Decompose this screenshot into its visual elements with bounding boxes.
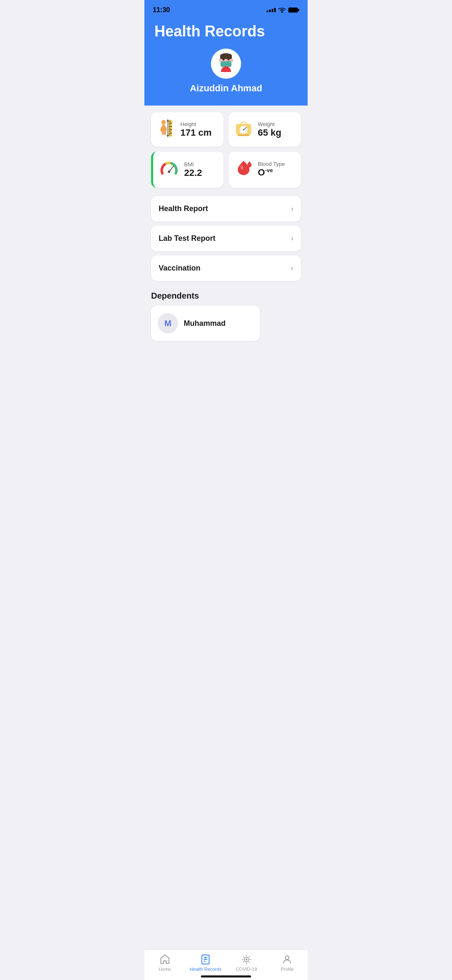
svg-marker-31 [167,119,169,121]
svg-rect-19 [164,132,166,135]
main-content: Height 171 cm [144,106,308,383]
svg-point-44 [168,170,170,173]
vaccination-chevron: › [291,264,293,273]
svg-rect-1 [288,8,298,13]
bmi-icon [159,158,179,181]
avatar-illustration [213,51,239,76]
blood-type-label: Blood Type [258,161,285,167]
weight-card[interactable]: Weight 65 kg [229,112,301,147]
stats-grid: Height 171 cm [151,106,301,188]
svg-point-8 [223,59,225,61]
svg-rect-2 [298,9,299,11]
wifi-icon [278,7,286,13]
status-icons [267,7,299,13]
height-value: 171 cm [180,127,212,138]
svg-marker-32 [167,135,169,137]
height-card[interactable]: Height 171 cm [151,112,223,147]
status-time: 11:30 [153,6,170,14]
bmi-label: BMI [184,161,202,168]
svg-rect-5 [220,56,232,59]
lab-test-label: Lab Test Report [159,234,216,243]
svg-rect-16 [161,127,163,132]
menu-section: Health Report › Lab Test Report › Vaccin… [151,196,301,281]
blood-type-info: Blood Type O-ve [258,161,285,178]
dependent-name: Muhammad [184,319,226,328]
health-report-chevron: › [291,204,293,213]
dependent-avatar: M [158,313,178,333]
weight-value: 65 kg [258,127,281,138]
battery-icon [288,7,299,13]
health-report-label: Health Report [159,204,208,213]
blood-type-value: O-ve [258,167,285,178]
lab-test-item[interactable]: Lab Test Report › [151,226,301,251]
weight-icon [234,119,253,140]
bmi-card[interactable]: BMI 22.2 [151,152,223,188]
lab-test-chevron: › [291,234,293,243]
svg-rect-17 [164,127,167,132]
height-info: Height 171 cm [180,121,212,138]
height-label: Height [180,121,212,127]
weight-info: Weight 65 kg [258,121,281,138]
svg-point-9 [228,59,230,61]
bmi-value: 22.2 [184,168,202,178]
svg-point-14 [162,120,166,124]
avatar-container: Aizuddin Ahmad [154,49,298,94]
blood-icon [234,159,253,180]
user-name: Aizuddin Ahmad [190,83,262,94]
header: Health Records [144,18,308,106]
bmi-info: BMI 22.2 [184,161,202,178]
svg-point-0 [282,12,283,13]
dependents-section: Dependents M Muhammad [151,291,301,341]
svg-rect-41 [238,134,249,136]
page-title: Health Records [154,23,298,40]
weight-label: Weight [258,121,281,127]
health-report-item[interactable]: Health Report › [151,196,301,222]
status-bar: 11:30 [144,0,308,18]
dependents-title: Dependents [151,291,301,301]
blood-type-card[interactable]: Blood Type O-ve [229,152,301,188]
signal-icon [267,8,276,12]
dependent-card[interactable]: M Muhammad [151,306,260,341]
vaccination-label: Vaccination [159,264,200,273]
avatar [211,49,241,79]
vaccination-item[interactable]: Vaccination › [151,255,301,281]
svg-rect-18 [162,132,164,135]
height-icon [157,119,175,140]
